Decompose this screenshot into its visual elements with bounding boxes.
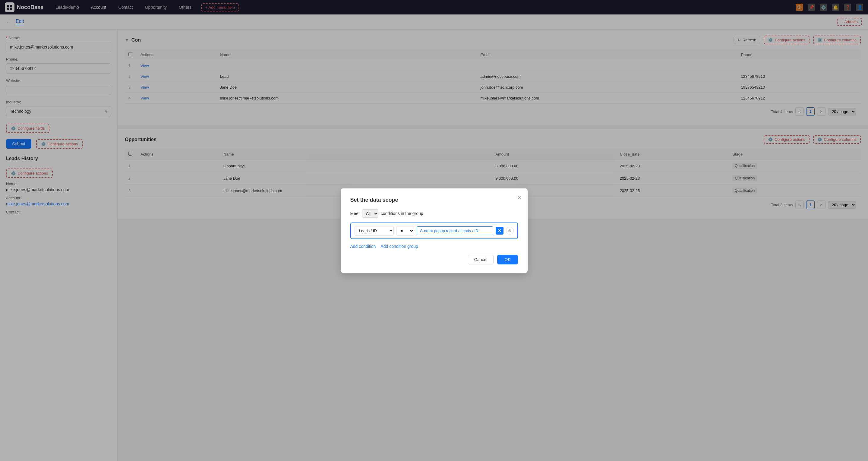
- condition-clear-button[interactable]: ✕: [496, 227, 503, 235]
- conditions-label: conditions in the group: [381, 211, 423, 216]
- modal-close-button[interactable]: ✕: [517, 194, 522, 201]
- add-condition-link[interactable]: Add condition: [350, 244, 376, 249]
- modal-title: Set the data scope: [350, 197, 518, 203]
- condition-operator-select[interactable]: =: [396, 226, 414, 236]
- ok-button[interactable]: OK: [497, 255, 518, 265]
- condition-field-select[interactable]: Leads / ID: [354, 226, 394, 236]
- set-data-scope-modal: ✕ Set the data scope Meet All conditions…: [341, 188, 528, 273]
- meet-select[interactable]: All: [362, 209, 378, 218]
- cancel-button[interactable]: Cancel: [468, 255, 494, 265]
- condition-row: Leads / ID = Current popup record / Lead…: [350, 222, 518, 239]
- add-condition-row: Add condition Add condition group: [350, 244, 518, 249]
- modal-meet-row: Meet All conditions in the group: [350, 209, 518, 218]
- modal-overlay: ✕ Set the data scope Meet All conditions…: [0, 0, 868, 461]
- add-condition-group-link[interactable]: Add condition group: [380, 244, 418, 249]
- modal-footer: Cancel OK: [350, 255, 518, 265]
- condition-value: Current popup record / Leads / ID: [417, 226, 493, 235]
- condition-options-button[interactable]: ⊗: [506, 227, 514, 235]
- meet-label: Meet: [350, 211, 360, 216]
